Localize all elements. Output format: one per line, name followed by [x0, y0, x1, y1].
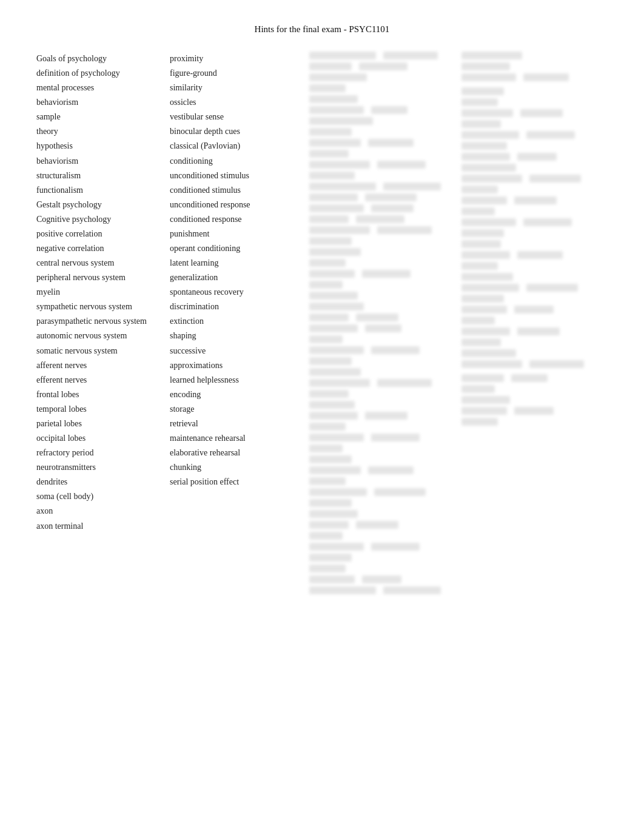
- term-col2-28: chunking: [170, 460, 303, 475]
- term-col2-15: generalization: [170, 270, 303, 285]
- blurred-row-col4-21: [461, 273, 608, 281]
- blurred-row-col3-2: [309, 73, 455, 81]
- blurred-row-col3-0: [309, 52, 455, 59]
- blurred-row-col4-10: [461, 153, 608, 161]
- term-col1-1: definition of psychology: [36, 66, 170, 81]
- blurred-row-col3-24: [309, 314, 455, 321]
- blurred-row-col3-10: [309, 161, 455, 169]
- blurred-row-col3-45: [309, 543, 455, 551]
- term-col2-29: serial position effect: [170, 475, 303, 489]
- term-col2-24: storage: [170, 402, 303, 417]
- term-col1-11: Cognitive psychology: [36, 212, 170, 227]
- term-col1-25: parietal lobes: [36, 417, 170, 431]
- term-col2-0: proximity: [170, 52, 303, 66]
- column-4-blurred: [455, 52, 608, 597]
- blurred-row-col4-6: [461, 109, 608, 117]
- blurred-row-col4-33: [461, 396, 608, 404]
- term-col2-5: binocular depth cues: [170, 124, 303, 139]
- blurred-row-col3-14: [309, 204, 455, 212]
- term-col2-4: vestibular sense: [170, 110, 303, 124]
- blurred-row-col3-5: [309, 106, 455, 114]
- blurred-row-col3-7: [309, 128, 455, 136]
- blurred-row-col3-38: [309, 466, 455, 474]
- blurred-row-col4-11: [461, 164, 608, 172]
- blurred-row-col3-27: [309, 346, 455, 354]
- blurred-row-col4-8: [461, 131, 608, 139]
- blurred-row-col4-16: [461, 218, 608, 226]
- blurred-row-col3-25: [309, 324, 455, 332]
- column-1: Goals of psychologydefinition of psychol…: [36, 52, 170, 597]
- term-col1-24: temporal lobes: [36, 402, 170, 417]
- blurred-row-col3-44: [309, 532, 455, 540]
- term-col1-7: behaviorism: [36, 154, 170, 169]
- blurred-row-col4-19: [461, 251, 608, 259]
- blurred-row-col3-39: [309, 477, 455, 485]
- blurred-row-col4-27: [461, 338, 608, 346]
- term-col2-16: spontaneous recovery: [170, 285, 303, 300]
- blurred-row-col3-19: [309, 259, 455, 267]
- blurred-row-col4-26: [461, 327, 608, 335]
- blurred-row-col4-25: [461, 317, 608, 324]
- blurred-row-col3-6: [309, 117, 455, 125]
- blurred-row-col3-18: [309, 248, 455, 256]
- term-col1-31: axon: [36, 504, 170, 518]
- blurred-row-col3-16: [309, 226, 455, 234]
- blurred-row-col4-24: [461, 306, 608, 314]
- term-col1-23: frontal lobes: [36, 387, 170, 402]
- term-col1-0: Goals of psychology: [36, 52, 170, 66]
- term-col1-28: neurotransmitters: [36, 460, 170, 475]
- blurred-row-col3-33: [309, 412, 455, 420]
- term-col2-27: elaborative rehearsal: [170, 446, 303, 460]
- blurred-row-col4-1: [461, 62, 608, 70]
- blurred-row-col3-35: [309, 434, 455, 441]
- blurred-row-col4-20: [461, 262, 608, 270]
- blurred-row-col4-2: [461, 73, 608, 81]
- term-col1-2: mental processes: [36, 81, 170, 95]
- blurred-row-col3-37: [309, 455, 455, 463]
- blurred-row-col3-15: [309, 215, 455, 223]
- term-col1-8: structuralism: [36, 169, 170, 183]
- column-3-blurred: [303, 52, 455, 597]
- blurred-row-col4-0: [461, 52, 608, 59]
- blurred-row-col3-28: [309, 357, 455, 365]
- term-col1-26: occipital lobes: [36, 431, 170, 446]
- term-col1-3: behaviorism: [36, 95, 170, 110]
- blurred-row-col4-32: [461, 385, 608, 393]
- term-col2-8: unconditioned stimulus: [170, 169, 303, 183]
- term-col1-18: parasympathetic nervous system: [36, 314, 170, 329]
- term-col2-10: unconditioned response: [170, 198, 303, 212]
- term-col2-1: figure-ground: [170, 66, 303, 81]
- term-col2-20: successive: [170, 344, 303, 358]
- term-col2-7: conditioning: [170, 154, 303, 169]
- blurred-row-col3-36: [309, 444, 455, 452]
- blurred-row-col3-9: [309, 150, 455, 158]
- main-content: Goals of psychologydefinition of psychol…: [36, 52, 608, 597]
- term-col2-17: discrimination: [170, 300, 303, 314]
- term-col2-18: extinction: [170, 314, 303, 329]
- term-col2-6: classical (Pavlovian): [170, 139, 303, 153]
- blurred-row-col3-21: [309, 281, 455, 289]
- term-col1-20: somatic nervous system: [36, 344, 170, 358]
- blurred-row-col3-31: [309, 390, 455, 398]
- blurred-row-col4-28: [461, 349, 608, 357]
- term-col1-29: dendrites: [36, 475, 170, 489]
- term-col1-22: efferent nerves: [36, 373, 170, 387]
- term-col2-26: maintenance rehearsal: [170, 431, 303, 446]
- blurred-row-col3-42: [309, 510, 455, 518]
- page-title: Hints for the final exam - PSYC1101: [36, 24, 608, 35]
- term-col1-15: peripheral nervous system: [36, 270, 170, 285]
- term-col1-6: hypothesis: [36, 139, 170, 153]
- blurred-row-col3-11: [309, 172, 455, 179]
- blurred-row-col4-23: [461, 295, 608, 303]
- term-col2-23: encoding: [170, 387, 303, 402]
- blurred-row-col4-7: [461, 120, 608, 128]
- term-col1-30: soma (cell body): [36, 489, 170, 504]
- blurred-row-col4-4: [461, 87, 608, 95]
- blurred-row-col4-9: [461, 142, 608, 150]
- term-col2-19: shaping: [170, 329, 303, 343]
- blurred-row-col3-13: [309, 193, 455, 201]
- blurred-row-col4-14: [461, 196, 608, 204]
- term-col2-11: conditioned response: [170, 212, 303, 227]
- blurred-row-col3-40: [309, 488, 455, 496]
- blurred-row-col3-49: [309, 586, 455, 594]
